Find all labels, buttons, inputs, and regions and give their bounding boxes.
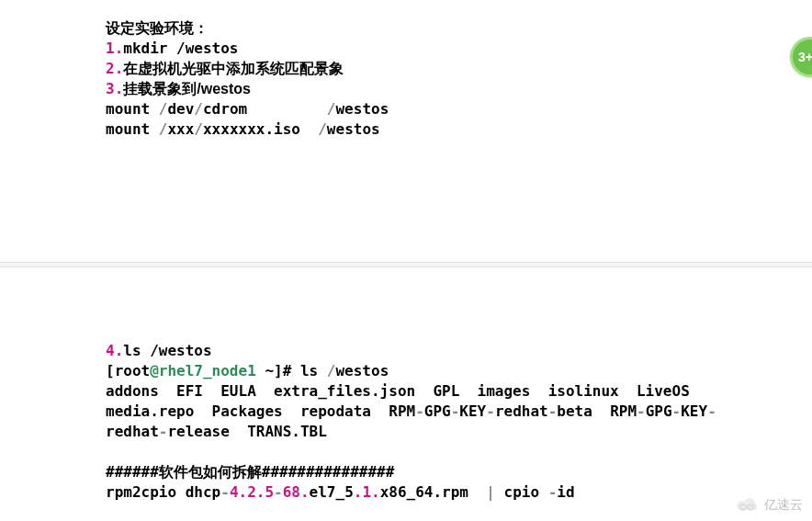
ls-output-3: redhat-release TRANS.TBL — [106, 422, 812, 442]
section-header: ######软件包如何拆解############### — [106, 462, 812, 482]
blank — [106, 442, 812, 462]
step-1: 1.mkdir /westos — [106, 39, 812, 59]
code-panel-1: 设定实验环境： 1.mkdir /westos 2.在虚拟机光驱中添加系统匹配景… — [0, 0, 812, 263]
slash: / — [159, 120, 168, 138]
dash: - — [637, 402, 646, 420]
step-text: 挂载景象到/westos — [123, 81, 251, 96]
t: media.repo Packages repodata RPM — [106, 402, 415, 420]
watermark: 亿速云 — [735, 497, 803, 514]
slash: / — [194, 120, 203, 138]
step-4: 4.ls /westos — [106, 341, 812, 361]
code-panel-2: 4.ls /westos [root@rhel7_node1 ~]# ls /w… — [0, 266, 812, 521]
t: redhat — [106, 423, 159, 440]
t: release TRANS.TBL — [167, 423, 326, 440]
ls-output-1: addons EFI EULA extra_files.json GPL ima… — [106, 381, 812, 402]
slash: / — [194, 100, 203, 118]
t: westos — [335, 362, 389, 379]
rpm2cpio-line: rpm2cpio dhcp-4.2.5-68.el7_5.1.x86_64.rp… — [106, 482, 812, 503]
t: mount — [106, 100, 159, 118]
t: ###### — [106, 463, 159, 481]
dash: - — [274, 483, 283, 501]
t: ]# ls — [274, 362, 327, 379]
ls-output-2: media.repo Packages repodata RPM-GPG-KEY… — [106, 402, 812, 422]
t: dev — [167, 100, 194, 118]
step-text: mkdir /westos — [123, 40, 238, 57]
dash: - — [707, 402, 716, 420]
t: 软件包如何拆解 — [159, 464, 262, 480]
step-text: 在虚拟机光驱中添加系统匹配景象 — [123, 61, 344, 76]
t: westos — [327, 120, 380, 138]
dash: - — [672, 402, 682, 420]
t: id — [557, 483, 574, 501]
t: GPG — [646, 402, 672, 420]
step-num: 1. — [106, 40, 123, 57]
pipe: | — [486, 483, 495, 501]
t: rpm2cpio dhcp — [106, 483, 220, 501]
t: xxxxxxx.iso — [203, 120, 318, 138]
t: el7_5 — [310, 483, 354, 501]
cloud-icon — [735, 497, 761, 514]
dash: - — [486, 402, 495, 420]
step-num: 3. — [106, 80, 123, 97]
ver: .1. — [354, 483, 380, 501]
t: xxx — [167, 120, 194, 138]
step-text: ls /westos — [123, 342, 211, 359]
env-title: 设定实验环境： — [106, 18, 812, 39]
t: RPM — [610, 402, 637, 420]
shell-prompt: [root@rhel7_node1 ~]# ls /westos — [106, 361, 812, 381]
dash: - — [220, 483, 230, 501]
t: GPG — [424, 402, 451, 420]
t: ############### — [262, 463, 395, 481]
dash: - — [451, 402, 460, 420]
slash: / — [318, 120, 327, 138]
t: westos — [335, 100, 389, 118]
t: ~ — [256, 362, 274, 379]
t: KEY — [681, 402, 707, 420]
t: cdrom — [203, 100, 327, 118]
host: @rhel7_node1 — [150, 362, 256, 379]
t: x86_64.rpm — [380, 483, 487, 501]
mount-line-1: mount /dev/cdrom /westos — [106, 99, 812, 119]
ver: 68. — [283, 483, 310, 501]
t: redhat — [495, 402, 548, 420]
t: beta — [557, 402, 592, 420]
step-num: 4. — [106, 342, 123, 359]
step-3: 3.挂载景象到/westos — [106, 79, 812, 99]
ver: 4.2.5 — [230, 483, 274, 501]
slash: / — [159, 100, 168, 118]
dash: - — [159, 423, 168, 440]
watermark-text: 亿速云 — [764, 497, 803, 514]
dash: - — [548, 483, 558, 501]
t: mount — [106, 120, 159, 138]
dash: - — [548, 402, 558, 420]
mount-line-2: mount /xxx/xxxxxxx.iso /westos — [106, 119, 812, 140]
t: KEY — [459, 402, 486, 420]
dash: - — [415, 402, 424, 420]
t: cpio — [495, 483, 548, 501]
step-2: 2.在虚拟机光驱中添加系统匹配景象 — [106, 59, 812, 79]
step-num: 2. — [106, 60, 123, 77]
t: [root — [106, 362, 150, 379]
